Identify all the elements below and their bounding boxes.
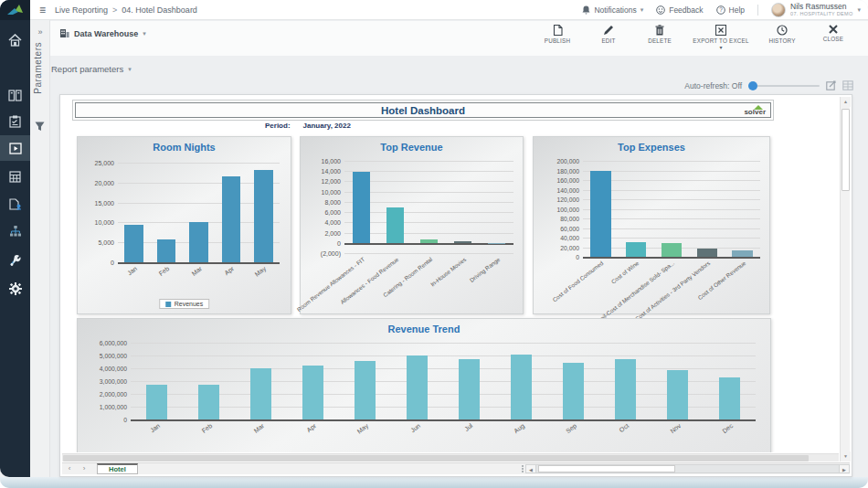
vertical-scroll-thumb[interactable]: [842, 109, 850, 191]
app-window: » Parameters ≡ Live Reporting > 04. Hote…: [0, 0, 868, 488]
x-axis-labels: JanFebMarAprMay: [118, 262, 280, 299]
x-axis-labels: JanFebMarAprMayJunJulAugSepOctNovDec: [131, 419, 756, 452]
horizontal-scroll-thumb[interactable]: [63, 455, 809, 461]
sidebar-item-calculator[interactable]: [0, 164, 30, 189]
bar-Apr: [222, 176, 241, 262]
x-tick-label: Jun: [409, 422, 421, 433]
bar-Retail-Cost of Merchandise Sold- Spa...: [662, 243, 683, 257]
bar-Cost of Other Revenue: [732, 250, 753, 257]
vertical-scrollbar[interactable]: ▲ ▼: [840, 97, 850, 461]
export-to-excel-button[interactable]: EXPORT TO EXCEL ▾: [687, 25, 755, 49]
sidebar-item-workflow[interactable]: [0, 218, 30, 244]
bar-Aug: [511, 355, 533, 419]
report-parameters-toggle[interactable]: Report parameters ▾: [51, 64, 132, 74]
user-avatar: [771, 3, 786, 17]
x-axis-labels: Room Revenue Allowances - FITAllowances …: [344, 253, 513, 290]
edit-button[interactable]: EDIT: [585, 25, 632, 49]
x-tick-label: Driving Range: [468, 256, 501, 283]
org-chart-icon: [9, 225, 22, 238]
expand-chevrons-icon[interactable]: »: [30, 27, 50, 37]
bar-Sep: [563, 363, 585, 419]
bar-Feb: [157, 239, 176, 262]
delete-label: DELETE: [648, 37, 672, 44]
x-tick-label: Jul: [462, 422, 472, 432]
scroll-right-arrow[interactable]: ▶: [839, 465, 849, 472]
bar-Jan: [146, 385, 168, 420]
bar-Nov: [667, 370, 689, 419]
x-tick-label: Cost of Food Consumed: [552, 260, 605, 303]
chart-title: Room Nights: [78, 142, 291, 153]
publish-button[interactable]: PUBLISH: [534, 25, 581, 49]
top-expenses-chart: Top Expenses 020,00040,00060,00080,00010…: [533, 136, 770, 314]
feedback-button[interactable]: Feedback: [656, 5, 703, 15]
sidebar-item-tasks[interactable]: [0, 109, 30, 134]
chart-title: Top Revenue: [301, 142, 523, 153]
y-axis-labels: (2,000)02,0004,0006,0008,00010,00012,000…: [299, 161, 341, 253]
edit-label: EDIT: [601, 37, 615, 44]
plot-area: [131, 343, 756, 419]
slider-track: [748, 85, 820, 87]
sidebar-item-admin-tools[interactable]: [0, 248, 30, 273]
x-tick-label: Apr: [223, 265, 235, 276]
delete-button[interactable]: DELETE: [636, 25, 683, 49]
history-button[interactable]: HISTORY: [758, 25, 806, 49]
bar-Room Revenue Allowances - FIT: [353, 172, 370, 243]
horizontal-scrollbar[interactable]: [62, 453, 839, 461]
sidebar-item-reports[interactable]: [0, 135, 30, 161]
x-tick-label: In-House Movies: [429, 256, 467, 288]
document-user-icon: [8, 198, 22, 210]
publish-icon: [553, 25, 563, 36]
bar-May: [355, 361, 376, 419]
x-tick-label: Dec: [721, 422, 734, 434]
bar-In-House Movies: [454, 241, 471, 243]
sidebar-item-home[interactable]: [0, 27, 30, 53]
filter-icon[interactable]: [35, 119, 45, 135]
tab-horizontal-scrollbar[interactable]: ◀ ▶: [525, 464, 850, 473]
period-label: Period:: [265, 122, 291, 130]
tab-nav-next-icon[interactable]: ›: [77, 463, 91, 474]
tab-scroll-thumb[interactable]: [538, 465, 675, 472]
bar-Allowances - Food Revenue: [386, 207, 404, 243]
sheet-tab-hotel[interactable]: Hotel: [97, 463, 138, 474]
grid-view-icon[interactable]: [842, 80, 853, 90]
auto-refresh-slider[interactable]: [748, 81, 820, 90]
scroll-down-arrow[interactable]: ▼: [841, 451, 851, 461]
trash-icon: [655, 25, 664, 36]
menu-icon[interactable]: ≡: [39, 4, 46, 16]
tab-nav-prev-icon[interactable]: ‹: [62, 463, 77, 474]
close-icon: [829, 25, 838, 34]
x-tick-label: Allowances - Food Revenue: [338, 256, 398, 305]
breadcrumb-root[interactable]: Live Reporting: [55, 5, 108, 15]
data-source-select[interactable]: Data Warehouse ▾: [59, 28, 146, 38]
breadcrumb-separator: >: [112, 5, 117, 15]
cabinet-icon: [8, 90, 22, 101]
scroll-left-arrow[interactable]: ◀: [526, 465, 536, 472]
plot-area: [118, 163, 280, 262]
app-logo[interactable]: [0, 0, 30, 20]
chevron-down-icon[interactable]: ▾: [719, 46, 722, 49]
home-icon: [8, 34, 22, 47]
revenue-trend-chart: Revenue Trend 01,000,0002,000,0003,000,0…: [77, 318, 771, 452]
notifications-button[interactable]: Notifications ▾: [582, 5, 643, 15]
bar-Feb: [198, 385, 220, 420]
sidebar-item-assignments[interactable]: [0, 191, 30, 217]
parameters-panel[interactable]: » Parameters: [30, 20, 50, 477]
x-tick-label: May: [254, 265, 268, 278]
solver-logo-text: solver: [744, 109, 766, 115]
sidebar-item-settings[interactable]: [0, 276, 30, 302]
sidebar-item-library[interactable]: [0, 82, 30, 108]
close-label: CLOSE: [823, 36, 843, 42]
help-button[interactable]: ? Help: [716, 5, 745, 15]
y-axis-labels: 01,000,0002,000,0003,000,0004,000,0005,0…: [85, 343, 127, 419]
svg-text:?: ?: [719, 6, 723, 13]
edit-box-icon[interactable]: [826, 80, 836, 90]
plot-area: [344, 161, 513, 253]
close-button[interactable]: CLOSE: [810, 25, 857, 49]
scroll-up-arrow[interactable]: ▲: [841, 97, 851, 107]
user-menu[interactable]: Nils Rasmussen 07. Hospitality Demo ▾: [771, 3, 861, 17]
y-axis-labels: 020,00040,00060,00080,000100,000120,0001…: [537, 161, 579, 257]
parameters-panel-label[interactable]: Parameters: [33, 42, 43, 94]
slider-handle[interactable]: [748, 81, 757, 90]
bell-icon: [582, 5, 590, 15]
x-tick-label: Jan: [126, 265, 138, 276]
